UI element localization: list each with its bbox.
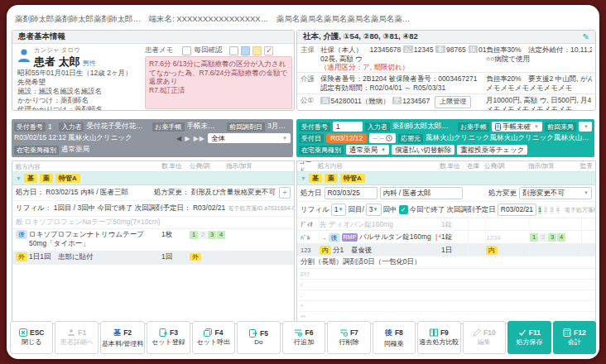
empty-rx-row[interactable]: -	[297, 290, 595, 301]
nav-last-icon[interactable]: ▶▶	[194, 135, 205, 142]
refill-chip-1[interactable]: 1	[538, 206, 541, 214]
kohi-chip-1[interactable]: 1	[530, 233, 538, 242]
kohi-chip-1[interactable]: 1	[190, 231, 198, 239]
refill-chip-2[interactable]: 2	[544, 206, 547, 214]
reception-time-input[interactable]: --:--	[369, 133, 396, 143]
kohi-limits: 月10000円, 高額 ウ, 日500円, 月4回	[486, 96, 592, 104]
code-cell[interactable]: ﾛｷｿ	[301, 271, 310, 278]
rx-change-select[interactable]: 剤形変更不可▼	[519, 187, 592, 199]
close-button[interactable]: ESC 閉じる	[10, 321, 53, 354]
reception-number-input[interactable]: 1	[333, 122, 363, 132]
final-refill-checkbox[interactable]: ✓	[399, 205, 408, 214]
prev-no-label: 受付番号	[14, 122, 46, 132]
collapse-triangle-icon[interactable]: ▼	[301, 175, 306, 181]
reception-date-input[interactable]: R03/12/12	[326, 133, 367, 143]
empty-rx-row[interactable]: ﾛｷｿ	[297, 269, 595, 280]
badge-kihon: 基	[24, 174, 37, 183]
basic-fee-button[interactable]: 基F2 基本料/管理料	[100, 321, 145, 354]
qty-cell: 1錠	[440, 219, 468, 230]
left-drug-kohi-chips: 1234	[190, 230, 226, 239]
patient-info-body: カンジャ タロウ 患者 太郎男性 昭和55年01月01日生（12歳 2ヶ月） 先…	[12, 44, 294, 110]
patient-birth: 昭和55年01月01日生（12歳 2ヶ月）	[17, 69, 132, 78]
left-drug-row[interactable]: 後ロキソプロフェンナトリウムテープ50mg「タイホー」 1枚 1234	[12, 229, 294, 251]
refill-chip-4[interactable]: 4	[556, 206, 560, 214]
kaigo-label: 介護	[301, 74, 320, 93]
next-date-label: 次回調剤予定日	[446, 205, 496, 215]
set-register-button[interactable]: F3 セット登録	[147, 321, 190, 354]
code-cell[interactable]: /	[301, 281, 302, 289]
kohi-chip-3[interactable]: 3	[208, 231, 216, 239]
main-hospital-note: ○○病院で使用	[486, 55, 530, 63]
shokan-cancel-button[interactable]: 償還払い切替解除	[392, 145, 454, 155]
code-cell[interactable]: ﾊﾞﾙ	[301, 232, 319, 243]
set-recall-button[interactable]: F4 セット呼出	[192, 321, 235, 354]
col-kohi: 公費/調	[190, 162, 226, 170]
add-row-button[interactable]: ＋	[279, 187, 291, 199]
code-cell[interactable]: *	[301, 303, 303, 310]
collapse-triangle-icon[interactable]: ▼	[16, 175, 22, 181]
next-date-input[interactable]: R03/02/21	[498, 204, 536, 216]
patient-kana: カンジャ タロウ	[34, 46, 96, 55]
memo-label: 患者メモ	[145, 46, 173, 55]
drug-row-valsartan[interactable]: ﾊﾞﾙ →後RMPバルサルタン錠160mg［サンド］ 1錠 1234 1234	[297, 231, 595, 244]
nav-prev-icon[interactable]: ◀	[176, 135, 182, 142]
checkout-button[interactable]: F12 会計	[553, 321, 596, 354]
left-generic-row[interactable]: 般 ロキソプロフェンNaテープ50mg(7×10cm)	[12, 217, 294, 229]
limit-manage-button[interactable]: 上限管理	[435, 96, 471, 108]
flag-checkbox-blue[interactable]	[241, 46, 250, 55]
prev-no-value: 1	[48, 122, 51, 131]
patient-memo-box[interactable]: R7.6分 6/13分に高額療養の区分が入力されてなかった為、R7.6/24分高…	[145, 56, 292, 109]
save-prescription-button[interactable]: F11 処方保存	[507, 321, 551, 354]
prev-clinic: R03/02/15 12:12 風林火山クリニック	[14, 133, 132, 143]
same-class-drug-button[interactable]: 後F8 同種薬	[373, 321, 416, 354]
empty-rx-row[interactable]: /	[297, 280, 595, 290]
techo-select[interactable]: 手帳未確▼	[492, 122, 542, 132]
add-line-button[interactable]: F6 行追加	[282, 321, 325, 354]
flag-checkbox-white[interactable]	[229, 46, 238, 55]
split-dispense-row[interactable]: 分割（長期）調剤済0日（一包化0日）	[297, 256, 595, 269]
flag-checkbox-yellow[interactable]	[252, 46, 262, 55]
col-qty: 数.単位	[161, 162, 190, 170]
duplicate-check-button[interactable]: 重複投薬等チェック	[457, 145, 527, 155]
empty-rx-row[interactable]: *	[297, 301, 595, 312]
change-arrow-icon: →	[320, 233, 327, 242]
history-filter-select[interactable]: 全体▼	[208, 133, 291, 143]
code-cell[interactable]: -	[301, 292, 303, 299]
delete-line-button[interactable]: F7 行削除	[327, 321, 370, 354]
badge-tokkan: 特管A	[340, 174, 365, 183]
kohi-chip-2[interactable]: 2	[199, 231, 207, 239]
rx-date-input[interactable]: R03/03/25	[325, 187, 378, 199]
usage-row-internal[interactable]: 123 内分1 昼食後 1日 内	[297, 244, 595, 256]
prev-zaitaku-value: 通常薬局	[61, 145, 89, 155]
code-cell[interactable]: **	[301, 314, 305, 321]
kohi-chip-4[interactable]: 4	[557, 233, 565, 242]
refill-total-select[interactable]: 3▼	[366, 204, 382, 216]
left-usage-qty: 1回	[161, 252, 190, 262]
left-table-header: 処方内容 数.単位 公費/調 指示/加算	[12, 161, 294, 172]
kohi-chip-4[interactable]: 4	[217, 231, 225, 239]
zaitaku-select[interactable]: 通常薬局▼	[346, 145, 389, 155]
edit-insurance-icon[interactable]: ✎	[583, 32, 589, 41]
code-cell[interactable]: 123	[301, 245, 319, 256]
kohi-memo: メモメモメモメモメモメモ	[486, 105, 572, 112]
kohi-chip-2[interactable]: 2	[539, 233, 547, 242]
code-cell[interactable]: ﾃﾞｨｵ	[301, 219, 319, 230]
refill-chip-3[interactable]: 3	[550, 206, 553, 214]
patient-gender: 男性	[83, 60, 96, 67]
badge-tokkan: 特管A	[55, 174, 80, 183]
left-rx-group-header[interactable]: ▼ 基 薬 特管A	[12, 172, 294, 185]
kohi-row: 公① 負54280011（難病）受1234567上限管理 月10000円, 高額…	[297, 94, 595, 111]
prev-visit-select[interactable]: ▼	[579, 122, 592, 132]
do-button[interactable]: F5 Do	[237, 321, 280, 354]
past-rx-compare-button[interactable]: F9 過去処方比較	[417, 321, 460, 354]
left-usage-row[interactable]: 外1日1回 患部に貼付 1回 外	[12, 251, 294, 265]
right-rx-group-header[interactable]: ▼ 基 薬 特管A	[297, 172, 595, 185]
pencil-icon	[473, 328, 481, 337]
kohi-chip-3[interactable]: 3	[548, 233, 556, 242]
confirm-checkbox[interactable]	[182, 46, 191, 55]
drug-row-dio[interactable]: ﾃﾞｨｵ 先 ディオバン錠160mg 1錠	[297, 218, 595, 231]
rx-doctor-input[interactable]: 内科 / 医者太郎	[380, 187, 463, 199]
nav-next-icon[interactable]: ▶	[185, 135, 190, 142]
refill-count-select[interactable]: 1▼	[331, 204, 347, 216]
flag-checkbox-checked[interactable]: ✓	[264, 46, 273, 55]
